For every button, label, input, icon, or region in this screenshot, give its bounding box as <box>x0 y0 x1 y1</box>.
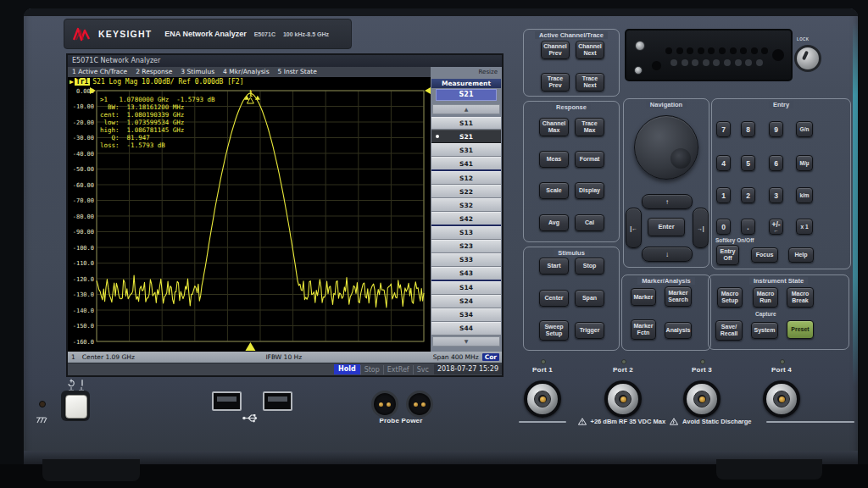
softkey-s34[interactable]: S34 <box>431 308 501 322</box>
macro-break-button[interactable]: Macro Break <box>787 287 814 308</box>
marker-readout-line: cent: 1.080190339 GHz <box>100 111 214 119</box>
softkey-s12[interactable]: S12 <box>431 171 501 185</box>
avg-button[interactable]: Avg <box>539 214 569 231</box>
softkey-scroll-up[interactable]: ▲ <box>432 104 500 114</box>
softkey-s32[interactable]: S32 <box>431 198 501 212</box>
power-button[interactable] <box>65 395 87 419</box>
focus-button[interactable]: Focus <box>751 247 778 263</box>
port4-connector <box>763 380 800 418</box>
enter-button[interactable]: Enter <box>648 218 685 236</box>
channel-next-button[interactable]: Channel Next <box>576 41 604 59</box>
menu-item-2[interactable]: 2 Response <box>136 68 172 75</box>
rf-warning-label: +26 dBm RF 35 VDC Max <box>591 418 666 425</box>
key-9[interactable]: 9 <box>769 121 783 137</box>
arrow-up-button[interactable]: ↑ <box>642 194 693 209</box>
trace-max-button[interactable]: Trace Max <box>575 118 604 136</box>
softkey-scroll-down[interactable]: ▼ <box>432 336 500 347</box>
softkey-s23[interactable]: S23 <box>431 240 501 253</box>
svg-text:-80.00: -80.00 <box>73 213 94 219</box>
section-title: Active Channel/Trace <box>535 31 608 39</box>
marker-button[interactable]: Marker <box>631 288 656 306</box>
graph-area: ▶Tr1S21 Log Mag 10.00dB/ Ref 0.000dB [F2… <box>68 77 431 352</box>
marker-fctn-button[interactable]: Marker Fctn <box>631 319 656 340</box>
section-title: Entry <box>769 101 793 108</box>
key-0[interactable]: 0 <box>716 219 731 235</box>
help-button[interactable]: Help <box>788 247 814 263</box>
span-button[interactable]: Span <box>575 290 604 307</box>
warning-text: +26 dBm RF 35 VDC Max Avoid Static Disch… <box>563 416 766 426</box>
key-1[interactable]: 1 <box>716 187 731 203</box>
display-button[interactable]: Display <box>575 182 604 199</box>
softkey-s21[interactable]: S21 <box>431 130 501 143</box>
marker-readout-line: Q: 81.947 <box>100 134 214 141</box>
section-marker-analysis: Marker/Analysis Marker Marker Search Mar… <box>621 274 711 351</box>
svg-text:-90.00: -90.00 <box>73 229 94 236</box>
format-button[interactable]: Format <box>575 151 604 168</box>
key-3[interactable]: 3 <box>769 187 783 203</box>
entry-off-button[interactable]: Entry Off <box>716 245 739 265</box>
start-button[interactable]: Start <box>539 258 569 274</box>
analysis-button[interactable]: Analysis <box>665 322 692 339</box>
center-button[interactable]: Center <box>539 290 569 307</box>
trigger-button[interactable]: Trigger <box>575 322 604 339</box>
port2-connector <box>604 380 642 418</box>
key-km[interactable]: k/m <box>796 187 813 203</box>
menu-item-1[interactable]: 1 Active Ch/Trace <box>72 68 127 75</box>
trace-prev-button[interactable]: Trace Prev <box>541 73 570 92</box>
arrow-left-button[interactable]: |← <box>626 208 642 248</box>
arrow-right-button[interactable]: →| <box>693 208 709 248</box>
key-gn[interactable]: G/n <box>796 121 813 137</box>
menu-item-5[interactable]: 5 Instr State <box>278 68 317 75</box>
trace-next-button[interactable]: Trace Next <box>576 73 604 92</box>
softkey-s22[interactable]: S22 <box>431 185 501 198</box>
resize-button[interactable]: Resize <box>479 69 498 75</box>
preset-button[interactable]: Preset <box>787 320 814 339</box>
marker-search-button[interactable]: Marker Search <box>665 286 692 307</box>
stop-button[interactable]: Stop <box>575 258 604 274</box>
svg-text:-160.0: -160.0 <box>73 338 94 345</box>
macro-setup-button[interactable]: Macro Setup <box>717 287 743 308</box>
svg-text:-140.0: -140.0 <box>73 307 94 313</box>
key-4[interactable]: 4 <box>716 155 731 171</box>
menu-item-4[interactable]: 4 Mkr/Analysis <box>223 68 269 75</box>
softkey-s41[interactable]: S41 <box>431 157 501 171</box>
softkey-s42[interactable]: S42 <box>431 212 501 226</box>
vent-hole <box>735 59 742 66</box>
capture-label: Capture <box>755 311 776 317</box>
channel-prev-button[interactable]: Channel Prev <box>541 41 570 59</box>
softkey-s24[interactable]: S24 <box>431 295 501 308</box>
softkey-s11[interactable]: S11 <box>431 117 501 130</box>
softkey-s31[interactable]: S31 <box>431 143 501 157</box>
arrow-down-button[interactable]: ↓ <box>642 247 693 262</box>
cal-button[interactable]: Cal <box>575 214 604 231</box>
sweep-setup-button[interactable]: Sweep Setup <box>539 320 569 341</box>
softkey-s33[interactable]: S33 <box>431 253 501 267</box>
system-button[interactable]: System <box>751 322 778 339</box>
softkey-current-value[interactable]: S21 <box>436 89 497 101</box>
warning-bracket-left <box>519 421 566 423</box>
meas-button[interactable]: Meas <box>539 151 569 168</box>
brand-badge: KEYSIGHT ENA Network Analyzer E5071C 100… <box>64 19 352 49</box>
key-6[interactable]: 6 <box>769 155 783 171</box>
channel-max-button[interactable]: Channel Max <box>539 118 569 136</box>
key-2[interactable]: 2 <box>741 187 755 203</box>
softkey-s13[interactable]: S13 <box>431 226 501 240</box>
key-7[interactable]: 7 <box>716 121 731 137</box>
key-[interactable]: . <box>741 219 755 235</box>
scale-button[interactable]: Scale <box>539 182 569 199</box>
key-5[interactable]: 5 <box>741 155 755 171</box>
save-recall-button[interactable]: Save/ Recall <box>715 320 743 341</box>
key-x1[interactable]: x 1 <box>796 219 813 235</box>
key-[interactable]: +/-← <box>769 219 783 235</box>
softkey-s14[interactable]: S14 <box>431 281 501 295</box>
navigation-knob[interactable] <box>634 115 698 180</box>
right-foot <box>716 459 822 480</box>
key-8[interactable]: 8 <box>741 121 755 137</box>
resize-area: Resize <box>431 67 502 77</box>
menu-item-3[interactable]: 3 Stimulus <box>181 68 214 75</box>
softkey-s44[interactable]: S44 <box>431 322 501 336</box>
vent-hole <box>713 59 720 66</box>
macro-run-button[interactable]: Macro Run <box>753 287 778 308</box>
key-m[interactable]: M/µ <box>796 155 813 171</box>
softkey-s43[interactable]: S43 <box>431 267 501 281</box>
